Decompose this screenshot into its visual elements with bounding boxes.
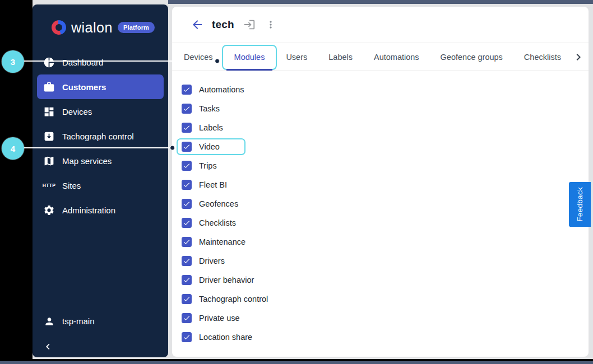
feedback-button[interactable]: Feedback <box>569 182 591 227</box>
module-row-trips: Trips <box>172 156 589 175</box>
window-top-edge <box>168 0 593 4</box>
customer-header: tech <box>172 7 589 43</box>
login-icon[interactable] <box>243 18 256 31</box>
sidebar-item-label: Map services <box>62 156 112 166</box>
chevron-right-icon <box>572 56 585 66</box>
module-label: Tachograph control <box>199 295 268 304</box>
sidebar-item-customers[interactable]: Customers <box>37 74 164 99</box>
module-row-location-share: Location share <box>172 328 589 347</box>
http-icon: HTTP <box>43 180 55 192</box>
tab-devices[interactable]: Devices <box>173 43 224 71</box>
module-row-content: Fleet BI <box>182 180 227 190</box>
tabs-overflow-button[interactable] <box>572 50 585 64</box>
sidebar-item-sites[interactable]: HTTP Sites <box>37 173 164 198</box>
module-row-content: Maintenance <box>182 237 245 247</box>
sidebar-user[interactable]: tsp-main <box>43 315 95 327</box>
module-row-content: Tachograph control <box>182 294 268 304</box>
checkbox-checked[interactable] <box>182 199 192 209</box>
module-row-labels: Labels <box>172 118 589 137</box>
dashboard-icon <box>43 57 55 68</box>
module-row-checklists: Checklists <box>172 213 589 232</box>
sidebar-item-label: Devices <box>62 107 92 116</box>
tab-label: Automations <box>374 53 419 62</box>
sidebar-nav: Dashboard Customers Devices Tachograph c… <box>37 50 164 222</box>
module-label: Private use <box>199 314 240 323</box>
module-label: Automations <box>199 85 244 94</box>
module-row-content: Checklists <box>182 218 236 228</box>
module-label: Maintenance <box>199 237 245 246</box>
checkbox-checked[interactable] <box>182 237 192 247</box>
module-row-content: Private use <box>182 313 240 323</box>
tab-label: Checklists <box>524 53 561 62</box>
feedback-button-label: Feedback <box>576 187 584 222</box>
module-label: Drivers <box>199 256 225 265</box>
back-arrow-icon[interactable] <box>191 18 204 31</box>
tab-users[interactable]: Users <box>275 43 318 71</box>
tab-checklists[interactable]: Checklists <box>513 43 572 71</box>
sidebar-item-map-services[interactable]: Map services <box>37 148 164 173</box>
main-panel: tech Devices Modules Users Labels Automa… <box>172 7 589 357</box>
sidebar-user-name: tsp-main <box>62 316 95 326</box>
callout-line-3 <box>21 60 218 62</box>
module-row-content: Labels <box>182 123 223 133</box>
tab-label: Modules <box>234 53 265 62</box>
sidebar-item-label: Administration <box>62 206 115 215</box>
tab-automations[interactable]: Automations <box>363 43 430 71</box>
module-row-geofences: Geofences <box>172 194 589 213</box>
checkbox-checked[interactable] <box>182 218 192 228</box>
tab-bar: Devices Modules Users Labels Automations… <box>172 43 589 71</box>
module-label: Fleet BI <box>199 180 227 189</box>
sidebar-item-devices[interactable]: Devices <box>37 99 164 124</box>
sidebar-item-dashboard[interactable]: Dashboard <box>37 50 164 74</box>
module-label: Geofences <box>199 199 238 208</box>
module-row-driver-behavior: Driver behavior <box>172 270 589 290</box>
module-row-content: Video <box>177 138 245 155</box>
wialon-logo-icon <box>50 18 68 36</box>
module-row-content: Trips <box>182 161 217 171</box>
kebab-menu-icon[interactable] <box>265 19 276 30</box>
checkbox-checked[interactable] <box>182 104 192 114</box>
module-row-content: Geofences <box>182 199 238 209</box>
checkbox-checked[interactable] <box>182 275 192 285</box>
tab-modules[interactable]: Modules <box>224 43 276 71</box>
module-row-video: Video <box>172 137 589 156</box>
sidebar-item-tachograph-control[interactable]: Tachograph control <box>37 124 164 148</box>
module-row-content: Drivers <box>182 256 225 266</box>
module-label: Checklists <box>199 218 236 227</box>
module-label: Labels <box>199 123 223 132</box>
checkbox-checked[interactable] <box>182 85 192 95</box>
sidebar-item-label: Tachograph control <box>62 132 134 141</box>
module-label: Trips <box>199 161 217 170</box>
customers-icon <box>43 81 55 93</box>
module-label: Tasks <box>199 104 220 113</box>
tab-geofence-groups[interactable]: Geofence groups <box>430 43 513 71</box>
checkbox-checked[interactable] <box>182 332 192 342</box>
sidebar-item-administration[interactable]: Administration <box>37 198 164 222</box>
module-label: Location share <box>199 333 252 342</box>
module-label: Driver behavior <box>199 276 254 284</box>
module-row-content: Automations <box>182 85 244 95</box>
checkbox-checked[interactable] <box>182 123 192 133</box>
checkbox-checked[interactable] <box>182 180 192 190</box>
checkbox-checked[interactable] <box>182 142 192 152</box>
user-icon <box>43 315 55 327</box>
platform-badge: Platform <box>118 22 155 33</box>
module-row-fleet-bi: Fleet BI <box>172 175 589 194</box>
page-title: tech <box>212 18 234 31</box>
checkbox-checked[interactable] <box>182 161 192 171</box>
module-row-tachograph-control: Tachograph control <box>172 290 589 309</box>
tachograph-icon <box>43 130 55 142</box>
checkbox-checked[interactable] <box>182 313 192 323</box>
tab-label: Users <box>286 53 307 62</box>
module-row-drivers: Drivers <box>172 251 589 270</box>
tab-label: Labels <box>328 53 353 62</box>
sidebar-item-label: Customers <box>62 82 106 92</box>
tab-labels[interactable]: Labels <box>318 43 363 71</box>
callout-badge-4: 4 <box>2 137 24 160</box>
checkbox-checked[interactable] <box>182 294 192 304</box>
module-row-content: Driver behavior <box>182 275 254 285</box>
sidebar-collapse-button[interactable] <box>41 340 54 353</box>
sidebar: wialon Platform Dashboard Customers Devi… <box>33 4 168 357</box>
checkbox-checked[interactable] <box>182 256 192 266</box>
tab-label: Geofence groups <box>441 53 503 62</box>
